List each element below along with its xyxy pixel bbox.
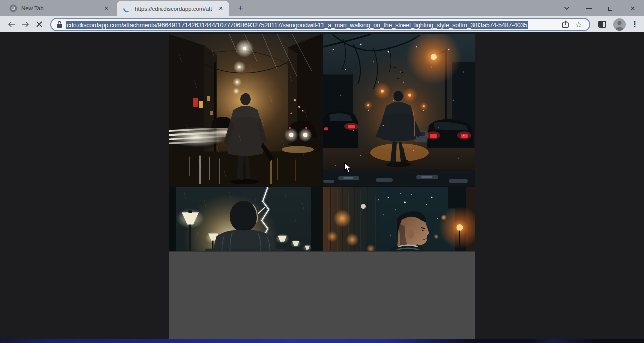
- minimize-button[interactable]: [578, 0, 600, 16]
- address-bar[interactable]: cdn.discordapp.com/attachments/966491171…: [50, 18, 590, 31]
- restore-icon: [608, 6, 613, 11]
- tab-close-icon[interactable]: ✕: [102, 4, 111, 13]
- person-icon: [613, 18, 626, 31]
- tab-close-icon[interactable]: ✕: [216, 4, 225, 13]
- stop-loading-button[interactable]: [32, 17, 46, 31]
- tab-title: https://cdn.discordapp.com/atta: [135, 6, 212, 12]
- chrome-logo-icon: [9, 4, 17, 12]
- forward-button[interactable]: [18, 17, 32, 31]
- menu-kebab-icon[interactable]: ⋮: [629, 20, 641, 29]
- back-button[interactable]: [4, 17, 18, 31]
- bookmark-star-icon[interactable]: ☆: [572, 18, 585, 30]
- share-icon[interactable]: [559, 18, 572, 30]
- window-controls: ✕: [555, 0, 644, 16]
- image-panel-top-left: [169, 34, 321, 186]
- minimize-icon: [586, 8, 592, 9]
- url-selected-text: cdn.discordapp.com/attachments/966491171…: [66, 21, 528, 29]
- generated-image-grid[interactable]: [169, 34, 475, 339]
- image-loading-placeholder: [169, 251, 475, 339]
- tab-title: New Tab: [21, 5, 98, 11]
- tab-new-tab[interactable]: New Tab ✕: [3, 0, 115, 16]
- mouse-cursor: [344, 162, 352, 173]
- taskbar-strip: [0, 339, 644, 343]
- tab-strip: New Tab ✕ https://cdn.discordapp.com/att…: [0, 0, 644, 16]
- profile-avatar[interactable]: [613, 18, 626, 31]
- loading-spinner-icon: [123, 5, 131, 13]
- browser-window: New Tab ✕ https://cdn.discordapp.com/att…: [0, 0, 644, 343]
- tab-discord-cdn[interactable]: https://cdn.discordapp.com/atta ✕: [117, 1, 229, 16]
- tab-search-chevron-icon[interactable]: [555, 0, 578, 16]
- toolbar: cdn.discordapp.com/attachments/966491171…: [0, 16, 644, 32]
- url-text[interactable]: cdn.discordapp.com/attachments/966491171…: [66, 20, 559, 29]
- new-tab-button[interactable]: +: [234, 2, 247, 14]
- lock-icon[interactable]: [56, 21, 63, 28]
- restore-button[interactable]: [600, 0, 622, 16]
- close-window-button[interactable]: ✕: [622, 0, 644, 16]
- side-panel-icon[interactable]: [598, 21, 606, 28]
- page-content: [0, 32, 644, 339]
